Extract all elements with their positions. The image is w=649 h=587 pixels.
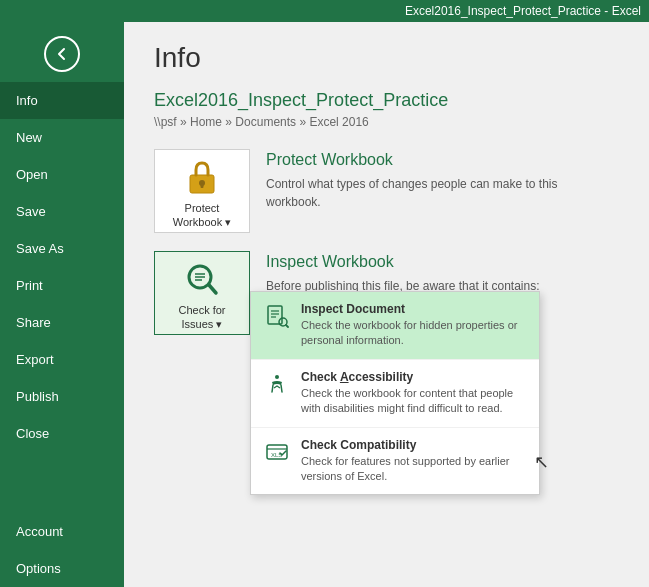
sidebar-item-label: Options (16, 561, 61, 576)
check-accessibility-item[interactable]: Check Accessibility Check the workbook f… (251, 360, 539, 428)
sidebar-item-options[interactable]: Options (0, 550, 124, 587)
check-issues-icon (182, 259, 222, 299)
inspect-document-text: Inspect Document Check the workbook for … (301, 302, 527, 349)
sidebar-item-print[interactable]: Print (0, 267, 124, 304)
sidebar-item-label: Info (16, 93, 38, 108)
check-compatibility-title: Check Compatibility (301, 438, 527, 452)
sidebar-item-export[interactable]: Export (0, 341, 124, 378)
check-compatibility-item[interactable]: XLS Check Compatibility Check for featur… (251, 428, 539, 495)
inspect-document-item[interactable]: Inspect Document Check the workbook for … (251, 292, 539, 360)
check-accessibility-icon (263, 370, 291, 398)
inspect-workbook-section: Check forIssues ▾ Inspect Workbook Befor… (154, 251, 619, 335)
sidebar-item-new[interactable]: New (0, 119, 124, 156)
main-content: Info Excel2016_Inspect_Protect_Practice … (124, 22, 649, 587)
sidebar: Info New Open Save Save As Print Share E… (0, 22, 124, 587)
protect-workbook-heading: Protect Workbook (266, 151, 586, 169)
sidebar-item-label: Share (16, 315, 51, 330)
protect-workbook-info: Protect Workbook Control what types of c… (266, 149, 586, 211)
sidebar-item-label: Export (16, 352, 54, 367)
inspect-document-title: Inspect Document (301, 302, 527, 316)
protect-workbook-icon (182, 157, 222, 197)
protect-workbook-label: ProtectWorkbook ▾ (173, 201, 231, 230)
sidebar-item-label: New (16, 130, 42, 145)
file-name: Excel2016_Inspect_Protect_Practice (154, 90, 619, 111)
title-bar: Excel2016_Inspect_Protect_Practice - Exc… (0, 0, 649, 22)
sidebar-item-share[interactable]: Share (0, 304, 124, 341)
sidebar-item-label: Open (16, 167, 48, 182)
svg-rect-2 (201, 183, 204, 188)
check-accessibility-desc: Check the workbook for content that peop… (301, 386, 527, 417)
check-accessibility-title: Check Accessibility (301, 370, 527, 384)
sidebar-item-label: Close (16, 426, 49, 441)
sidebar-item-publish[interactable]: Publish (0, 378, 124, 415)
sidebar-item-close[interactable]: Close (0, 415, 124, 452)
sidebar-item-label: Save (16, 204, 46, 219)
check-accessibility-text: Check Accessibility Check the workbook f… (301, 370, 527, 417)
check-compatibility-text: Check Compatibility Check for features n… (301, 438, 527, 485)
sidebar-item-label: Publish (16, 389, 59, 404)
check-compatibility-desc: Check for features not supported by earl… (301, 454, 527, 485)
svg-rect-8 (268, 306, 282, 324)
svg-line-13 (286, 325, 288, 327)
inspect-document-desc: Check the workbook for hidden properties… (301, 318, 527, 349)
sidebar-item-label: Account (16, 524, 63, 539)
protect-workbook-button[interactable]: ProtectWorkbook ▾ (154, 149, 250, 233)
inspect-document-icon (263, 302, 291, 330)
check-compatibility-icon: XLS (263, 438, 291, 466)
check-issues-dropdown: Inspect Document Check the workbook for … (250, 291, 540, 495)
svg-line-3 (209, 285, 216, 293)
sidebar-item-label: Save As (16, 241, 64, 256)
check-for-issues-button[interactable]: Check forIssues ▾ (154, 251, 250, 335)
sidebar-item-save[interactable]: Save (0, 193, 124, 230)
back-circle-icon[interactable] (44, 36, 80, 72)
info-page: Info Excel2016_Inspect_Protect_Practice … (124, 22, 649, 587)
sidebar-item-label: Print (16, 278, 43, 293)
back-button[interactable] (0, 22, 124, 82)
inspect-workbook-heading: Inspect Workbook (266, 253, 540, 271)
sidebar-item-open[interactable]: Open (0, 156, 124, 193)
title-text: Excel2016_Inspect_Protect_Practice - Exc… (405, 4, 641, 18)
protect-workbook-desc: Control what types of changes people can… (266, 175, 586, 211)
sidebar-item-info[interactable]: Info (0, 82, 124, 119)
check-issues-label: Check forIssues ▾ (178, 303, 225, 332)
svg-point-14 (275, 375, 279, 379)
protect-workbook-section: ProtectWorkbook ▾ Protect Workbook Contr… (154, 149, 619, 233)
sidebar-item-save-as[interactable]: Save As (0, 230, 124, 267)
breadcrumb: \\psf » Home » Documents » Excel 2016 (154, 115, 619, 129)
sidebar-item-account[interactable]: Account (0, 513, 124, 550)
page-title: Info (154, 42, 619, 74)
